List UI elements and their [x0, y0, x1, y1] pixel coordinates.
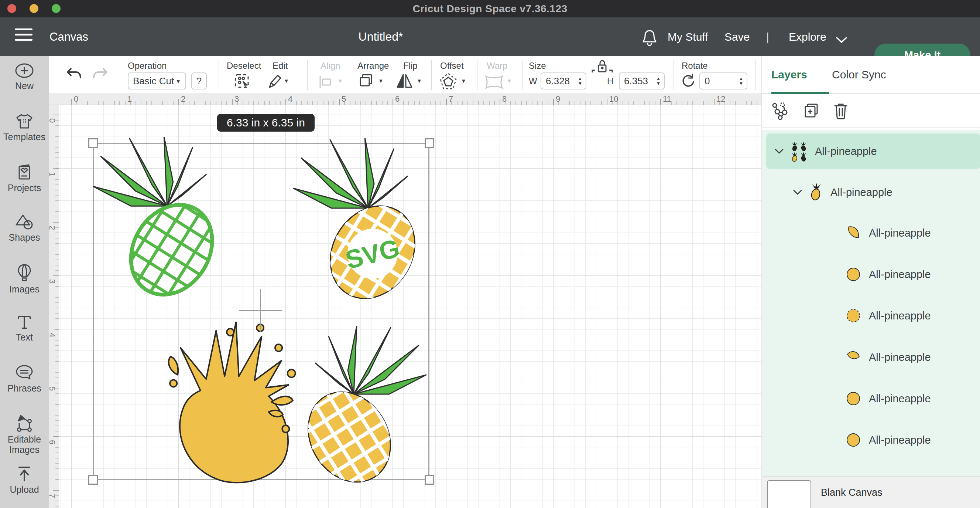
left-sidebar: New Templates Projects Shapes Images Tex…: [0, 56, 49, 508]
rotate-icon[interactable]: [680, 73, 696, 90]
leaf-shape-thumbnail: [845, 224, 862, 242]
pineapple-monogram-yellow[interactable]: SVG: [279, 138, 439, 305]
operation-select[interactable]: Basic Cut ▼: [128, 72, 186, 89]
sidebar-item-templates[interactable]: Templates: [0, 107, 49, 157]
toolbar-divider: [522, 60, 522, 90]
sidebar-item-text[interactable]: Text: [0, 308, 49, 358]
flip-label: Flip: [403, 61, 418, 71]
offset-button[interactable]: [439, 72, 457, 92]
ruler-number: 5: [339, 94, 346, 104]
chevron-down-icon[interactable]: [774, 148, 784, 154]
horizontal-ruler: 0123456789101112: [59, 94, 761, 105]
shapes-icon: [15, 214, 34, 230]
ruler-number: 7: [446, 94, 453, 104]
layer-row[interactable]: All-pineapple: [845, 341, 931, 374]
pineapple-silhouette-yellow[interactable]: [156, 316, 299, 487]
selection-handle-top-right[interactable]: [425, 138, 434, 148]
trash-icon[interactable]: [833, 102, 849, 121]
width-stepper[interactable]: ▲▼: [574, 76, 585, 86]
arrange-label: Arrange: [358, 61, 389, 71]
pineapple-lattice-yellow[interactable]: [285, 326, 440, 489]
sidebar-item-new[interactable]: New: [0, 56, 49, 107]
flip-button[interactable]: [396, 72, 414, 91]
toolbar-divider: [756, 60, 756, 90]
save-button[interactable]: Save: [724, 18, 749, 56]
circle-dashed-thumbnail: [845, 307, 862, 324]
ruler-number: 10: [607, 94, 618, 104]
sidebar-item-projects[interactable]: Projects: [0, 157, 49, 207]
window-title: Cricut Design Space v7.36.123: [0, 0, 980, 18]
circle-shape-thumbnail: [845, 265, 862, 283]
layer-label: All-pineapple: [815, 145, 877, 158]
chevron-down-icon[interactable]: [793, 189, 802, 195]
rotate-input[interactable]: 0 ▲▼: [699, 72, 748, 89]
offset-label: Offset: [440, 61, 464, 71]
group-icon[interactable]: [772, 102, 789, 121]
new-icon: [15, 63, 34, 78]
circle-shape-thumbnail: [845, 390, 862, 407]
layer-row[interactable]: All-pineapple: [845, 217, 931, 249]
edit-caret-icon[interactable]: ▼: [283, 78, 289, 84]
width-input[interactable]: 6.328 ▲▼: [541, 72, 586, 89]
ruler-number: 2: [178, 94, 185, 104]
toolbar-divider: [431, 60, 432, 90]
design-canvas[interactable]: SVG: [59, 105, 761, 508]
layer-row[interactable]: All-pineapple: [845, 299, 931, 332]
my-stuff-link[interactable]: My Stuff: [668, 18, 708, 56]
selection-handle-bottom-left[interactable]: [88, 475, 98, 485]
notifications-bell-icon[interactable]: [642, 29, 657, 49]
toolbar-divider: [122, 60, 122, 90]
sidebar-item-images[interactable]: Images: [0, 257, 49, 308]
layer-group-row-selected[interactable]: All-pineapple: [766, 133, 980, 169]
selection-handle-top-left[interactable]: [88, 138, 98, 148]
rotate-stepper[interactable]: ▲▼: [735, 76, 747, 86]
sidebar-item-phrases[interactable]: Phrases: [0, 358, 49, 408]
projects-icon: [16, 163, 32, 181]
ruler-number: 3: [232, 94, 239, 104]
ruler-number: 11: [660, 94, 671, 104]
sidebar-item-upload[interactable]: Upload: [0, 458, 49, 508]
sidebar-item-shapes[interactable]: Shapes: [0, 207, 49, 257]
toolbar-divider: [219, 60, 219, 90]
nav-divider: |: [766, 18, 769, 56]
deselect-button[interactable]: [234, 73, 251, 92]
ruler-number: 1: [47, 169, 59, 179]
explore-menu[interactable]: Explore: [789, 18, 826, 56]
upload-icon: [16, 465, 32, 482]
ruler-number: 6: [47, 437, 59, 447]
edit-button[interactable]: [267, 73, 283, 91]
ruler-number: 12: [714, 94, 725, 104]
layer-row[interactable]: All-pineapple: [845, 382, 931, 415]
operation-help-button[interactable]: ?: [191, 72, 207, 89]
height-stepper[interactable]: ▲▼: [653, 76, 664, 86]
blank-canvas-row[interactable]: Blank Canvas: [762, 476, 980, 508]
tab-layers[interactable]: Layers: [772, 56, 807, 93]
redo-button[interactable]: [92, 67, 108, 83]
operation-label: Operation: [128, 61, 167, 71]
sidebar-item-editable-images[interactable]: Editable Images: [0, 408, 49, 458]
arrange-caret-icon[interactable]: ▼: [378, 78, 383, 84]
ruler-number: 0: [47, 115, 59, 126]
layer-row[interactable]: All-pineapple: [845, 424, 931, 456]
undo-button[interactable]: [66, 67, 82, 83]
deselect-label: Deselect: [227, 61, 261, 71]
flip-caret-icon[interactable]: ▼: [417, 78, 422, 84]
ruler-number: 5: [47, 383, 59, 394]
duplicate-icon[interactable]: [802, 102, 820, 121]
layer-label: All-pineapple: [830, 186, 892, 198]
offset-caret-icon[interactable]: ▼: [461, 78, 466, 84]
pineapple-outline-green[interactable]: [81, 137, 235, 302]
arrange-button[interactable]: [358, 73, 374, 91]
ruler-corner: [49, 94, 59, 105]
layer-subgroup-row[interactable]: All-pineapple: [785, 175, 892, 209]
app-window: Cricut Design Space v7.36.123 Canvas Unt…: [0, 0, 980, 508]
explore-chevron-down-icon[interactable]: [835, 34, 848, 46]
height-input[interactable]: 6.353 ▲▼: [619, 72, 665, 89]
size-lock-icon[interactable]: [592, 59, 613, 75]
selection-handle-bottom-right[interactable]: [425, 475, 434, 485]
toolbar-divider: [477, 60, 477, 90]
blank-canvas-thumbnail: [767, 480, 811, 508]
tab-color-sync[interactable]: Color Sync: [832, 56, 886, 93]
layer-row[interactable]: All-pineapple: [845, 258, 931, 291]
window-titlebar: Cricut Design Space v7.36.123: [0, 0, 980, 18]
